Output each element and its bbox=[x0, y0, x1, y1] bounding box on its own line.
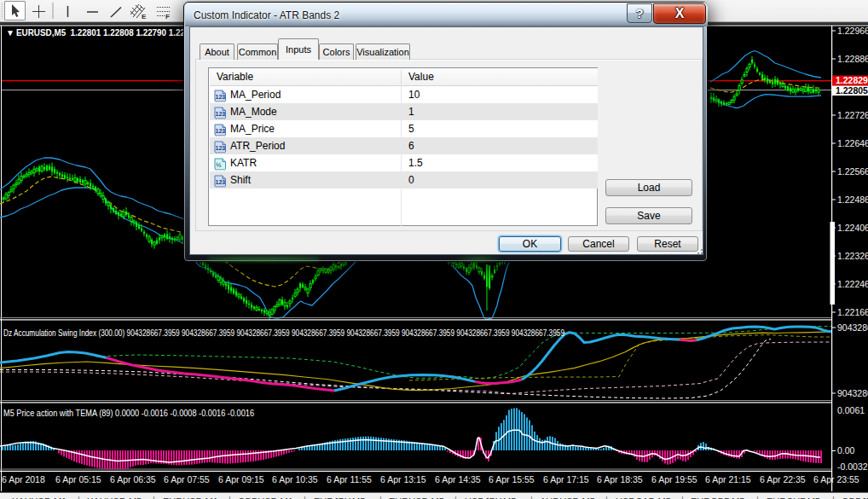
svg-text:6 Apr 13:15: 6 Apr 13:15 bbox=[380, 474, 426, 484]
svg-text:6 Apr 09:15: 6 Apr 09:15 bbox=[218, 474, 264, 484]
svg-text:F: F bbox=[165, 13, 170, 20]
svg-text:123: 123 bbox=[216, 179, 226, 185]
svg-text:1.22646: 1.22646 bbox=[837, 138, 868, 148]
svg-text:1.22886: 1.22886 bbox=[837, 54, 868, 64]
svg-text:½: ½ bbox=[216, 161, 222, 169]
svg-text:6 Apr 15:55: 6 Apr 15:55 bbox=[489, 474, 535, 484]
svg-text:6 Apr 2018: 6 Apr 2018 bbox=[2, 474, 45, 484]
svg-text:6 Apr 06:35: 6 Apr 06:35 bbox=[110, 474, 156, 484]
svg-text:▼: ▼ bbox=[6, 28, 14, 38]
svg-text:0.00: 0.00 bbox=[837, 445, 855, 455]
svg-text:9043286: 9043286 bbox=[837, 322, 868, 333]
svg-text:1.22966: 1.22966 bbox=[837, 26, 868, 36]
svg-text:6 Apr 11:55: 6 Apr 11:55 bbox=[327, 474, 372, 484]
svg-text:6 Apr 21:15: 6 Apr 21:15 bbox=[705, 474, 751, 484]
svg-text:9043286: 9043286 bbox=[837, 388, 868, 398]
svg-text:1.22566: 1.22566 bbox=[837, 166, 868, 177]
svg-text:1.22829: 1.22829 bbox=[836, 75, 868, 85]
svg-text:123: 123 bbox=[216, 128, 226, 134]
svg-text:Dz Accumulation Swing Index (3: Dz Accumulation Swing Index (300.00) 904… bbox=[3, 328, 564, 338]
svg-text:6 Apr 07:55: 6 Apr 07:55 bbox=[164, 474, 210, 484]
svg-text:E: E bbox=[142, 13, 147, 20]
svg-text:6 Apr 18:35: 6 Apr 18:35 bbox=[597, 474, 643, 484]
svg-text:6 Apr 19:55: 6 Apr 19:55 bbox=[651, 474, 697, 484]
svg-text:0.0061: 0.0061 bbox=[837, 405, 865, 415]
svg-text:123: 123 bbox=[216, 94, 226, 100]
svg-text:1.22805: 1.22805 bbox=[836, 85, 868, 96]
svg-text:1.22166: 1.22166 bbox=[837, 307, 868, 317]
svg-text:6 Apr 05:15: 6 Apr 05:15 bbox=[55, 474, 101, 484]
svg-text:1.22326: 1.22326 bbox=[837, 251, 868, 261]
svg-text:6 Apr 22:35: 6 Apr 22:35 bbox=[760, 474, 806, 484]
svg-text:123: 123 bbox=[216, 145, 226, 151]
svg-text:1.22486: 1.22486 bbox=[837, 194, 868, 205]
svg-text:6 Apr 10:35: 6 Apr 10:35 bbox=[272, 474, 318, 484]
svg-text:123: 123 bbox=[216, 111, 226, 117]
svg-text:1.22726: 1.22726 bbox=[837, 110, 868, 120]
svg-text:EURUSD,M5 1.22801 1.22808 1.2: EURUSD,M5 1.22801 1.22808 1.22790 1.2280 bbox=[16, 27, 194, 38]
svg-text:6 Apr 17:15: 6 Apr 17:15 bbox=[543, 474, 589, 484]
svg-text:-0.0032: -0.0032 bbox=[837, 461, 868, 472]
svg-text:1.22246: 1.22246 bbox=[837, 279, 868, 289]
svg-text:M5 Price action with TEMA (89): M5 Price action with TEMA (89) 0.0000 -0… bbox=[3, 409, 254, 418]
svg-text:1.22406: 1.22406 bbox=[837, 223, 868, 233]
svg-text:6 Apr 14:35: 6 Apr 14:35 bbox=[435, 474, 481, 484]
svg-text:6 Apr 23:55: 6 Apr 23:55 bbox=[813, 474, 859, 484]
